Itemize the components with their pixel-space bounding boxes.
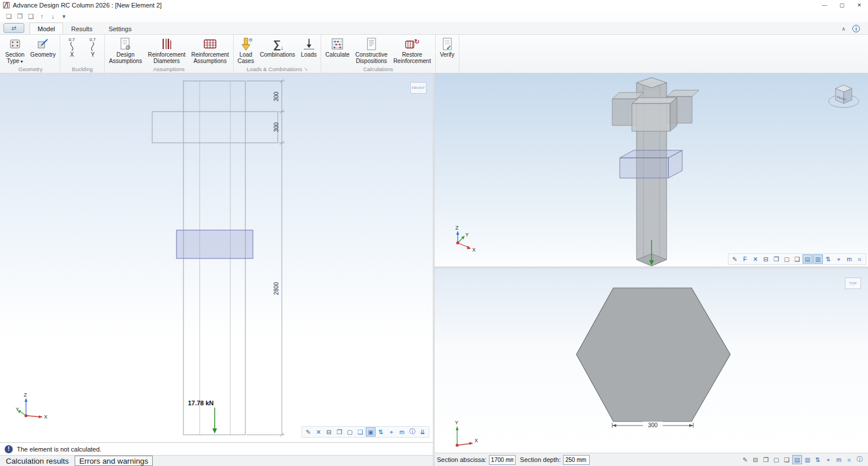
maximize-button[interactable]: ▢	[833, 0, 851, 10]
selection-zoom-icon[interactable]: ▢	[771, 455, 781, 464]
top-view-watermark: TOP	[845, 278, 861, 289]
ribbon-group-calculations: Calculate Constructive Dispositions ↻ Re…	[321, 35, 435, 73]
app-menu-button[interactable]: ⇄	[3, 23, 24, 33]
section-cut-box[interactable]	[620, 150, 682, 178]
collapse-ribbon-icon[interactable]: ∧	[841, 26, 845, 32]
top-view-drawing: 300 Y X	[435, 268, 868, 453]
panel-right-icon[interactable]: ▥	[803, 455, 812, 464]
panel-right-icon[interactable]: ▥	[813, 254, 823, 264]
axes-toggle-icon[interactable]: ✕	[314, 427, 323, 437]
axes-toggle-icon[interactable]: ✕	[751, 254, 760, 264]
section-depth-label: Section depth:	[520, 456, 561, 463]
minimize-button[interactable]: —	[816, 0, 833, 10]
buckling-x-button[interactable]: 0.7 X	[62, 35, 82, 58]
info-icon[interactable]: ⓘ	[855, 455, 865, 464]
collapse-icon[interactable]: ⇊	[418, 427, 428, 437]
group-label-geometry: Geometry	[3, 65, 58, 73]
view-shaded-icon[interactable]: ▣	[366, 427, 376, 437]
flip-view-icon[interactable]: ⇅	[376, 427, 386, 437]
snapshot-icon[interactable]: ❐	[761, 455, 771, 464]
about-info-icon[interactable]: i	[852, 25, 860, 32]
section-abscissa-input[interactable]	[489, 455, 516, 465]
reinforcement-diameters-button[interactable]: Reinforcement Diameters	[146, 35, 188, 64]
top-viewport[interactable]: 300 Y X TOP	[435, 268, 868, 453]
view-copy-icon[interactable]: ❏	[792, 254, 802, 264]
svg-text:Z: Z	[24, 392, 27, 398]
section-view-icon[interactable]: ⌗	[855, 254, 865, 264]
svg-text:⚙: ⚙	[125, 44, 131, 51]
flip-view-icon[interactable]: ⇅	[813, 455, 823, 464]
three-d-viewport[interactable]: Z Y X FRONT ✎F✕⊟❐▢❏▤▥⇅⌖m⌗	[435, 73, 868, 267]
svg-text:0.7: 0.7	[90, 37, 95, 42]
constructive-dispositions-button[interactable]: Constructive Dispositions	[353, 35, 390, 64]
loads-button[interactable]: Loads	[299, 35, 319, 58]
verify-button[interactable]: ✓ Verify	[437, 35, 457, 58]
annotate-icon[interactable]: ✎	[740, 455, 750, 464]
print-icon[interactable]: ⊟	[761, 254, 771, 264]
reinforcement-assumptions-button[interactable]: Reinforcement Assumptions	[189, 35, 231, 64]
load-arrow	[212, 408, 217, 434]
dialog-launcher-icon[interactable]: ↘	[304, 66, 308, 72]
close-button[interactable]: ✕	[851, 0, 868, 10]
zoom-fit-icon[interactable]: ⌖	[387, 427, 396, 437]
measure-icon[interactable]: m	[397, 427, 407, 437]
selection-zoom-icon[interactable]: ▢	[782, 254, 792, 264]
zoom-fit-icon[interactable]: ⌖	[834, 254, 844, 264]
tab-errors-warnings[interactable]: Errors and warnings	[75, 456, 153, 466]
buckling-y-button[interactable]: 0.7 Y	[83, 35, 102, 58]
forces-icon[interactable]: F	[740, 254, 750, 264]
group-label-loads-combinations: Loads & Combinations ↘	[236, 65, 319, 73]
tab-calculation-results[interactable]: Calculation results	[1, 456, 73, 466]
restore-reinforcement-button[interactable]: ↻ Restore Reinforcement	[391, 35, 433, 64]
tab-results[interactable]: Results	[63, 23, 101, 34]
section-type-button[interactable]: Section Type	[3, 35, 27, 65]
view-copy-icon[interactable]: ❏	[355, 427, 365, 437]
save-icon[interactable]: ❑	[26, 12, 36, 21]
snapshot-icon[interactable]: ❐	[771, 254, 781, 264]
front-view-drawing: 300 300 2800 17.78 kN	[0, 73, 433, 442]
flip-view-icon[interactable]: ⇅	[823, 254, 833, 264]
snapshot-icon[interactable]: ❐	[334, 427, 344, 437]
measure-icon[interactable]: m	[834, 455, 844, 464]
selection-zoom-icon[interactable]: ▢	[345, 427, 355, 437]
combinations-button[interactable]: ∑↓ Combinations	[258, 35, 297, 58]
annotate-icon[interactable]: ✎	[730, 254, 740, 264]
hexagon-section[interactable]	[576, 288, 730, 421]
tab-model[interactable]: Model	[30, 23, 63, 34]
annotate-icon[interactable]: ✎	[303, 427, 313, 437]
geometry-button[interactable]: Geometry	[28, 35, 58, 58]
group-label-calculations: Calculations	[323, 65, 433, 73]
selected-section[interactable]	[176, 230, 253, 258]
zoom-fit-icon[interactable]: ⌖	[823, 455, 833, 464]
info-icon[interactable]: ⓘ	[407, 427, 417, 437]
print-icon[interactable]: ⊟	[324, 427, 334, 437]
print-icon[interactable]: ⊟	[751, 455, 760, 464]
view-copy-icon[interactable]: ❏	[782, 455, 792, 464]
axis-triad: Z Y X	[16, 392, 47, 420]
measure-icon[interactable]: m	[844, 254, 854, 264]
calculate-button[interactable]: Calculate	[323, 35, 352, 58]
tab-settings[interactable]: Settings	[101, 23, 140, 34]
section-view-icon[interactable]: ⌗	[844, 455, 854, 464]
status-info-icon: !	[5, 445, 13, 453]
dim-top-text: 300	[273, 91, 279, 101]
move-down-icon[interactable]: ↓	[48, 12, 58, 21]
section-depth-input[interactable]	[563, 455, 590, 465]
load-cases-button[interactable]: ⚙ Load Cases	[236, 35, 256, 64]
section-abscissa-label: Section abscissa:	[437, 456, 487, 463]
window-controls: —▢✕	[816, 0, 868, 10]
status-row: ! The element is not calculated.	[0, 442, 433, 455]
window-title: Advance Design RC Column 2026 : [New Ele…	[13, 2, 161, 9]
panel-left-icon[interactable]: ▤	[803, 254, 812, 264]
svg-text:↻: ↻	[414, 38, 420, 45]
new-document-icon[interactable]: ❏	[4, 12, 14, 21]
qat-menu-icon[interactable]: ▾	[59, 12, 69, 21]
front-viewport[interactable]: 300 300 2800 17.78 kN	[0, 73, 433, 442]
panel-left-icon[interactable]: ▤	[792, 455, 802, 464]
view-cube[interactable]: FRONT	[826, 82, 861, 114]
move-up-icon[interactable]: ↑	[37, 12, 47, 21]
front-view-toolbar: ✎✕⊟❐▢❏▣⇅⌖mⓘ⇊	[301, 426, 429, 438]
design-assumptions-button[interactable]: ⚙ Design Assumptions	[106, 35, 144, 64]
open-icon[interactable]: ❐	[15, 12, 25, 21]
axis-triad-3d: Z Y X	[455, 225, 476, 253]
